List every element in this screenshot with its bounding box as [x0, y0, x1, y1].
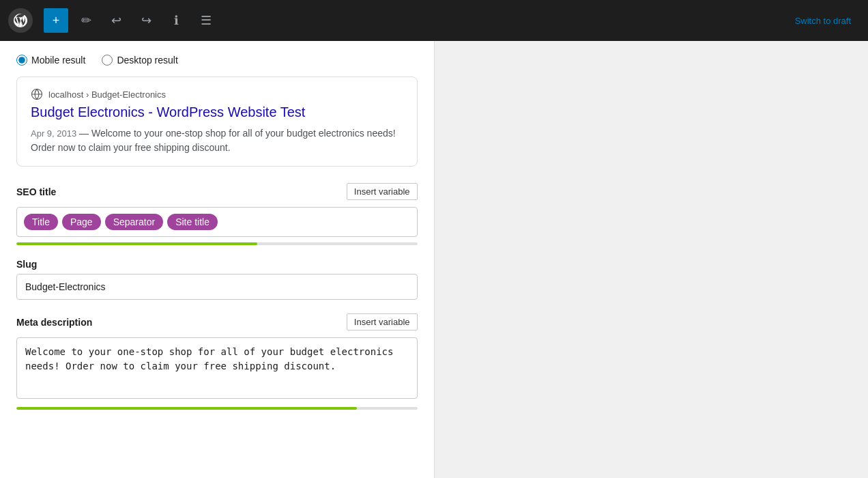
redo-icon: ↪	[141, 13, 151, 28]
seo-title-progress-bar-container	[16, 242, 418, 245]
seo-title-insert-variable-button[interactable]: Insert variable	[347, 183, 418, 200]
meta-description-progress-bar-container	[16, 407, 418, 410]
preview-url-text: localhost › Budget-Electronics	[48, 89, 166, 100]
wordpress-icon	[14, 14, 27, 27]
toolbar: + ✏ ↩ ↪ ℹ ☰ Switch to draft	[0, 0, 868, 41]
search-preview-title[interactable]: Budget Electronics - WordPress Website T…	[31, 103, 403, 121]
desktop-result-radio[interactable]	[102, 55, 113, 66]
seo-title-tag-input[interactable]: Title Page Separator Site title	[16, 207, 418, 237]
slug-header: Slug	[16, 259, 418, 270]
pencil-icon: ✏	[81, 13, 91, 28]
seo-tag-page[interactable]: Page	[62, 214, 101, 230]
undo-button[interactable]: ↩	[104, 8, 128, 33]
desktop-result-radio-label[interactable]: Desktop result	[102, 55, 177, 66]
seo-panel: Mobile result Desktop result localhost	[0, 41, 434, 437]
right-panel	[435, 41, 869, 478]
meta-description-label: Meta description	[16, 317, 92, 328]
globe-icon	[31, 88, 43, 100]
content-area: Mobile result Desktop result localhost	[0, 41, 435, 478]
search-preview-card: localhost › Budget-Electronics Budget El…	[16, 76, 418, 167]
seo-tag-title[interactable]: Title	[24, 214, 58, 230]
preview-toggle-row: Mobile result Desktop result	[16, 55, 418, 66]
meta-description-progress-bar	[16, 407, 357, 410]
main-layout: Mobile result Desktop result localhost	[0, 41, 868, 478]
seo-tag-separator[interactable]: Separator	[105, 214, 163, 230]
seo-title-header: SEO title Insert variable	[16, 183, 418, 200]
search-preview-description: Apr 9, 2013 — Welcome to your one-stop s…	[31, 126, 403, 155]
list-icon: ☰	[201, 13, 212, 28]
add-button[interactable]: +	[44, 8, 68, 33]
info-icon: ℹ	[174, 13, 179, 28]
seo-title-label: SEO title	[16, 186, 56, 197]
info-button[interactable]: ℹ	[164, 8, 188, 33]
undo-icon: ↩	[111, 13, 121, 28]
mobile-result-radio[interactable]	[16, 55, 27, 66]
seo-tag-site-title[interactable]: Site title	[167, 214, 218, 230]
seo-title-progress-bar	[16, 242, 257, 245]
redo-button[interactable]: ↪	[134, 8, 158, 33]
meta-description-textarea[interactable]: Welcome to your one-stop shop for all of…	[16, 337, 418, 399]
mobile-result-radio-label[interactable]: Mobile result	[16, 55, 85, 66]
list-view-button[interactable]: ☰	[194, 8, 218, 33]
meta-description-header: Meta description Insert variable	[16, 313, 418, 331]
edit-button[interactable]: ✏	[74, 8, 98, 33]
slug-label: Slug	[16, 259, 37, 270]
slug-input[interactable]	[16, 274, 418, 300]
search-preview-url: localhost › Budget-Electronics	[31, 88, 403, 100]
meta-description-insert-variable-button[interactable]: Insert variable	[347, 313, 418, 331]
wp-logo	[8, 8, 33, 33]
switch-to-draft-button[interactable]: Switch to draft	[786, 11, 860, 31]
